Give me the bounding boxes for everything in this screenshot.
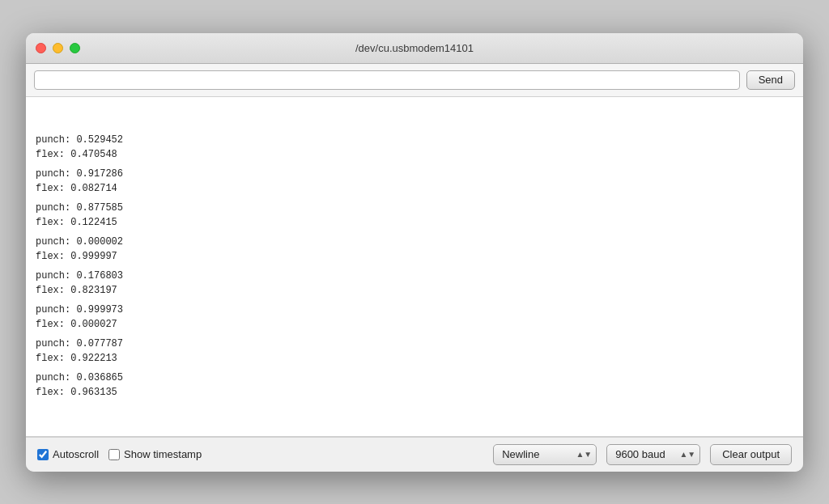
output-line: flex: 0.082714 xyxy=(36,181,793,196)
output-line: flex: 0.470548 xyxy=(36,147,793,162)
output-line: punch: 0.999973 xyxy=(36,303,793,317)
show-timestamp-label[interactable]: Show timestamp xyxy=(108,448,202,460)
statusbar: Autoscroll Show timestamp NewlineNo line… xyxy=(26,437,803,472)
titlebar: /dev/cu.usbmodem14101 xyxy=(26,33,803,64)
newline-select[interactable]: NewlineNo line endingCarriage returnBoth… xyxy=(493,444,597,465)
output-line: punch: 0.077787 xyxy=(36,337,793,351)
toolbar: Send xyxy=(26,64,803,97)
output-line: flex: 0.922213 xyxy=(36,351,793,366)
clear-output-button[interactable]: Clear output xyxy=(710,444,792,465)
output-line: flex: 0.999997 xyxy=(36,249,793,264)
maximize-button[interactable] xyxy=(70,43,80,53)
autoscroll-label[interactable]: Autoscroll xyxy=(37,448,99,460)
output-line: punch: 0.000002 xyxy=(36,235,793,249)
output-line: punch: 0.036865 xyxy=(36,371,793,385)
show-timestamp-checkbox[interactable] xyxy=(108,449,120,460)
send-button[interactable]: Send xyxy=(746,70,795,90)
show-timestamp-text: Show timestamp xyxy=(124,448,202,460)
autoscroll-text: Autoscroll xyxy=(53,448,99,460)
output-line: punch: 0.917286 xyxy=(36,167,793,181)
newline-select-wrap: NewlineNo line endingCarriage returnBoth… xyxy=(493,444,597,465)
baud-select[interactable]: 300 baud1200 baud2400 baud4800 baud9600 … xyxy=(606,444,700,465)
serial-input[interactable] xyxy=(34,70,740,90)
output-line: punch: 0.176803 xyxy=(36,269,793,283)
output-line: punch: 0.529452 xyxy=(36,133,793,147)
autoscroll-checkbox[interactable] xyxy=(37,449,49,460)
output-line: flex: 0.823197 xyxy=(36,283,793,298)
traffic-lights xyxy=(36,43,80,53)
output-line: punch: 0.877585 xyxy=(36,201,793,215)
output-line: flex: 0.963135 xyxy=(36,385,793,400)
baud-select-wrap: 300 baud1200 baud2400 baud4800 baud9600 … xyxy=(606,444,700,465)
output-line: flex: 0.122415 xyxy=(36,215,793,230)
output-area[interactable]: punch: 0.529452flex: 0.470548punch: 0.91… xyxy=(26,97,803,437)
close-button[interactable] xyxy=(36,43,46,53)
main-window: /dev/cu.usbmodem14101 Send punch: 0.5294… xyxy=(26,33,803,472)
window-title: /dev/cu.usbmodem14101 xyxy=(355,42,474,54)
minimize-button[interactable] xyxy=(53,43,63,53)
output-line: flex: 0.000027 xyxy=(36,317,793,332)
